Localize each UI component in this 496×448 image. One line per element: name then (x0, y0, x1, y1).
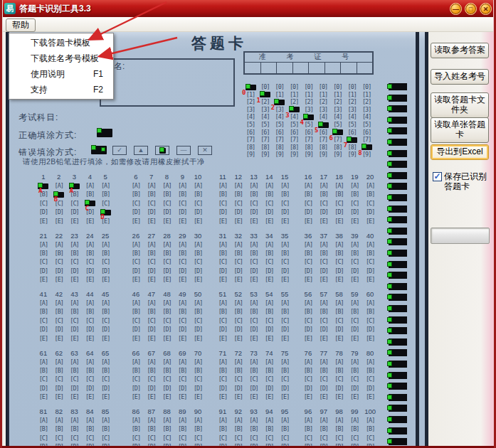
option-bubble: [A] (82, 358, 97, 366)
menu-item-support[interactable]: 支持 F2 (9, 82, 113, 97)
option-bubble: [D] (231, 325, 246, 334)
save-recognized-checkbox[interactable]: ✓ (433, 172, 442, 181)
option-bubble: [A] (231, 240, 246, 249)
option-bubble: [A] (347, 299, 362, 307)
question-number: 19 (347, 172, 362, 181)
question-number: 63 (67, 348, 83, 358)
option-bubble: [D] (261, 442, 277, 448)
option-bubble: [C] (277, 257, 292, 266)
question-number: 25 (97, 231, 113, 240)
option-bubble: [A] (159, 181, 175, 190)
read-single-sheet-button[interactable]: 读取单张答题卡 (431, 117, 489, 143)
question-number: 26 (128, 231, 144, 240)
option-bubble: [D] (174, 267, 190, 275)
question-number: 9 (174, 172, 190, 181)
option-bubble: [C] (316, 434, 332, 442)
option-bubble: [A] (316, 416, 332, 425)
option-bubble: [E] (67, 334, 83, 343)
option-bubble: [B] (332, 307, 347, 316)
question-number: 8 (159, 172, 175, 181)
menu-item-download-sheet-template[interactable]: 下载答题卡模板 (9, 35, 113, 50)
question-group: 6162636465[A][A][A][A][A][B][B][B][B][B]… (36, 348, 114, 402)
option-bubble: [A] (51, 181, 67, 190)
option-bubble: [B] (174, 190, 190, 198)
option-bubble: [C] (128, 257, 144, 266)
question-number: 50 (190, 289, 206, 299)
option-bubble: [E] (261, 334, 277, 343)
import-name-examno-button[interactable]: 导入姓名考号 (431, 69, 489, 85)
option-bubble: [C] (144, 375, 159, 383)
option-bubble: [D] (362, 208, 378, 216)
option-bubble: [C] (332, 257, 347, 266)
option-bubble: [B] (332, 190, 347, 198)
menu-item-usage-help[interactable]: 使用说明 F1 (9, 66, 113, 82)
option-bubble: [E] (261, 217, 277, 225)
option-bubble: [D] (67, 384, 83, 393)
option-bubble: [C] (261, 316, 277, 325)
minimize-button[interactable]: — (450, 3, 462, 15)
option-bubble: [C] (36, 199, 51, 208)
option-bubble: [A] (277, 416, 292, 425)
option-bubble: [C] (144, 257, 159, 266)
export-to-excel-button[interactable]: 导出到Excel (431, 144, 489, 160)
save-recognized-label: 保存已识别答题卡 (444, 171, 490, 192)
question-number: 23 (67, 231, 83, 240)
option-bubble: [A] (36, 358, 51, 366)
read-reference-answers-button[interactable]: 读取参考答案 (431, 43, 489, 58)
option-bubble: [A] (128, 299, 144, 307)
option-bubble: [C] (67, 434, 83, 442)
question-number: 93 (246, 407, 262, 416)
question-number: 15 (277, 172, 292, 181)
option-bubble: [A] (82, 181, 97, 190)
close-button[interactable]: ✕ (480, 3, 492, 15)
question-number: 88 (159, 407, 175, 416)
option-bubble: [D] (316, 325, 332, 334)
option-bubble: [E] (144, 217, 159, 225)
option-bubble: [D] (159, 325, 175, 334)
read-sheet-folder-button[interactable]: 读取答题卡文件夹 (431, 92, 489, 118)
option-bubble: [C] (128, 434, 144, 442)
option-bubble: [C] (36, 434, 51, 442)
option-bubble: [C] (246, 434, 262, 442)
ocr-answer-result: B (54, 196, 57, 203)
option-bubble: [C] (316, 199, 332, 208)
option-bubble: [C] (159, 257, 175, 266)
option-bubble: [D] (300, 384, 316, 393)
option-bubble: [C] (261, 375, 277, 383)
option-bubble: [B] (82, 425, 97, 433)
maximize-button[interactable]: □ (465, 3, 477, 15)
option-bubble: [C] (246, 199, 262, 208)
option-bubble: [E] (246, 334, 262, 343)
option-bubble: [B] (316, 366, 332, 375)
option-bubble: [D] (362, 442, 378, 448)
option-bubble: [C] (190, 199, 206, 208)
option-bubble: [C] (347, 434, 362, 442)
option-bubble: [B] (51, 366, 67, 375)
option-bubble: [B] (159, 190, 175, 198)
question-group: 9192939495[A][A][A][A][A][B][B][B][B][B]… (215, 407, 293, 448)
option-bubble: [E] (82, 217, 97, 225)
question-number: 4 (82, 172, 97, 181)
option-bubble: [D] (36, 267, 51, 275)
question-number: 85 (97, 407, 113, 416)
option-bubble: [B] (144, 366, 159, 375)
question-number: 3 (67, 172, 83, 181)
option-bubble: [B] (190, 190, 206, 198)
option-bubble: [D] (246, 325, 262, 334)
option-bubble: [E] (97, 393, 113, 401)
question-number: 91 (215, 407, 231, 416)
option-bubble: [D] (300, 267, 316, 275)
option-bubble: [E] (332, 275, 347, 284)
option-bubble: [D] (316, 384, 332, 393)
option-bubble: [C] (144, 434, 159, 442)
option-bubble: [A] (316, 240, 332, 249)
option-bubble: [B] (97, 190, 113, 198)
menu-item-download-name-template[interactable]: 下载姓名考号模板 (9, 50, 113, 66)
help-menu-button[interactable]: 帮助 (6, 18, 36, 32)
option-bubble: [E] (362, 393, 378, 401)
option-bubble: [D] (190, 325, 206, 334)
option-bubble: [B] (67, 425, 83, 433)
option-bubble: [A] (246, 181, 262, 190)
question-number: 97 (316, 407, 332, 416)
option-bubble-filled: A (67, 181, 83, 190)
